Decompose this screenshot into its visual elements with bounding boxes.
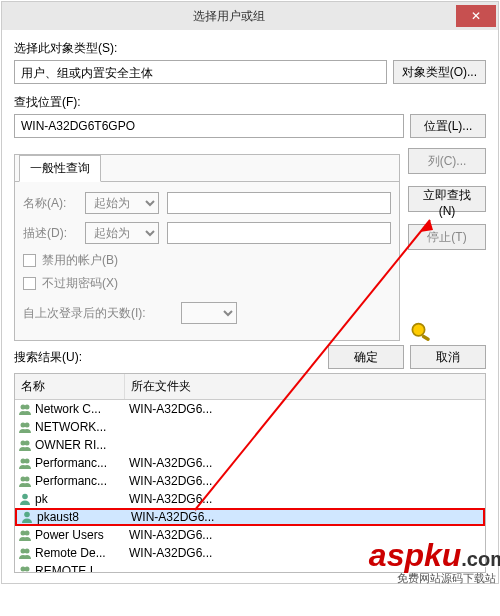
tab-common-queries[interactable]: 一般性查询 <box>19 155 101 182</box>
watermark-logo: aspku.com <box>369 537 500 574</box>
watermark-tagline: 免费网站源码下载站 <box>397 571 496 586</box>
row-folder: WIN-A32DG6... <box>125 492 485 506</box>
desc-label: 描述(D): <box>23 225 77 242</box>
table-row[interactable]: pkaust8WIN-A32DG6... <box>15 508 485 526</box>
table-row[interactable]: Performanc...WIN-A32DG6... <box>15 454 485 472</box>
name-input[interactable] <box>167 192 391 214</box>
magnifier-icon <box>408 321 436 341</box>
row-folder: WIN-A32DG6... <box>125 402 485 416</box>
svg-point-3 <box>25 405 30 410</box>
columns-button[interactable]: 列(C)... <box>408 148 486 174</box>
dialog-window: 选择用户或组 ✕ 选择此对象类型(S): 用户、组或内置安全主体 对象类型(O)… <box>1 1 499 584</box>
search-results-label: 搜索结果(U): <box>14 349 320 366</box>
row-name: NETWORK... <box>33 420 125 434</box>
query-tabs: 一般性查询 名称(A): 起始为 描述(D): 起始为 禁用的帐户(B) <box>14 154 400 341</box>
disabled-accounts-label: 禁用的帐户(B) <box>42 252 118 269</box>
row-name: pk <box>33 492 125 506</box>
group-icon <box>17 402 33 416</box>
row-name: Performanc... <box>33 456 125 470</box>
table-row[interactable]: pkWIN-A32DG6... <box>15 490 485 508</box>
disabled-accounts-checkbox[interactable] <box>23 254 36 267</box>
days-since-login-combo[interactable] <box>181 302 237 324</box>
table-row[interactable]: Performanc...WIN-A32DG6... <box>15 472 485 490</box>
group-icon <box>17 474 33 488</box>
side-buttons: 列(C)... 立即查找(N) 停止(T) <box>408 148 486 341</box>
close-button[interactable]: ✕ <box>456 5 496 27</box>
column-name[interactable]: 名称 <box>15 374 125 399</box>
window-title: 选择用户或组 <box>2 8 456 25</box>
group-icon <box>17 420 33 434</box>
group-icon <box>17 456 33 470</box>
user-icon <box>17 492 33 506</box>
table-row[interactable]: OWNER RI... <box>15 436 485 454</box>
cancel-button[interactable]: 取消 <box>410 345 486 369</box>
desc-combo[interactable]: 起始为 <box>85 222 159 244</box>
svg-point-12 <box>22 494 28 500</box>
close-icon: ✕ <box>471 9 481 23</box>
desc-input[interactable] <box>167 222 391 244</box>
dialog-content: 选择此对象类型(S): 用户、组或内置安全主体 对象类型(O)... 查找位置(… <box>2 30 498 583</box>
row-name: Power Users <box>33 528 125 542</box>
svg-point-17 <box>25 549 30 554</box>
svg-point-15 <box>25 531 30 536</box>
svg-rect-1 <box>421 334 430 341</box>
locations-button[interactable]: 位置(L)... <box>410 114 486 138</box>
svg-point-0 <box>412 324 424 336</box>
days-since-login-label: 自上次登录后的天数(I): <box>23 305 173 322</box>
row-folder: WIN-A32DG6... <box>125 474 485 488</box>
name-combo[interactable]: 起始为 <box>85 192 159 214</box>
row-folder: WIN-A32DG6... <box>127 510 483 524</box>
row-name: pkaust8 <box>35 510 127 524</box>
row-name: Remote De... <box>33 546 125 560</box>
group-icon <box>17 546 33 560</box>
svg-point-13 <box>24 512 30 518</box>
svg-point-7 <box>25 441 30 446</box>
svg-point-11 <box>25 477 30 482</box>
object-type-field[interactable]: 用户、组或内置安全主体 <box>14 60 387 84</box>
listview-header: 名称 所在文件夹 <box>15 374 485 400</box>
find-now-button[interactable]: 立即查找(N) <box>408 186 486 212</box>
group-icon <box>17 564 33 573</box>
svg-point-19 <box>25 567 30 572</box>
row-folder: WIN-A32DG6... <box>125 456 485 470</box>
column-folder[interactable]: 所在文件夹 <box>125 374 485 399</box>
non-expiring-label: 不过期密码(X) <box>42 275 118 292</box>
svg-point-5 <box>25 423 30 428</box>
table-row[interactable]: NETWORK... <box>15 418 485 436</box>
group-icon <box>17 528 33 542</box>
titlebar: 选择用户或组 ✕ <box>2 2 498 30</box>
location-field[interactable]: WIN-A32DG6T6GPO <box>14 114 404 138</box>
object-type-label: 选择此对象类型(S): <box>14 40 486 57</box>
stop-button[interactable]: 停止(T) <box>408 224 486 250</box>
row-name: REMOTE I... <box>33 564 125 573</box>
name-label: 名称(A): <box>23 195 77 212</box>
location-label: 查找位置(F): <box>14 94 486 111</box>
row-name: Performanc... <box>33 474 125 488</box>
ok-button[interactable]: 确定 <box>328 345 404 369</box>
user-icon <box>19 510 35 524</box>
object-types-button[interactable]: 对象类型(O)... <box>393 60 486 84</box>
row-name: OWNER RI... <box>33 438 125 452</box>
non-expiring-checkbox[interactable] <box>23 277 36 290</box>
svg-point-9 <box>25 459 30 464</box>
table-row[interactable]: Network C...WIN-A32DG6... <box>15 400 485 418</box>
row-name: Network C... <box>33 402 125 416</box>
group-icon <box>17 438 33 452</box>
